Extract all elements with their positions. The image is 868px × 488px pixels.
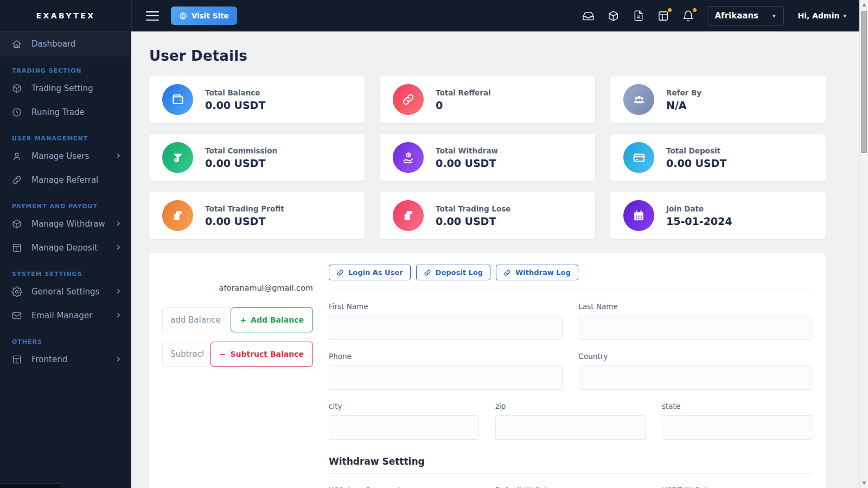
user-icon bbox=[11, 150, 23, 162]
log-buttons-row: Login As User Deposit Log Withdraw Log bbox=[329, 265, 812, 280]
stat-value: 15-01-2024 bbox=[666, 215, 732, 227]
sidebar-item-manage-withdraw[interactable]: Manage Withdraw › bbox=[0, 212, 131, 236]
visit-site-label: Visit Site bbox=[192, 11, 229, 20]
link-icon bbox=[336, 269, 344, 277]
chevron-right-icon: › bbox=[116, 150, 120, 162]
country-field[interactable] bbox=[579, 365, 813, 390]
sidebar-item-runing-trade[interactable]: Runing Trade bbox=[0, 100, 131, 124]
stat-label: Refer By bbox=[666, 88, 701, 97]
login-as-user-button[interactable]: Login As User bbox=[329, 265, 411, 280]
state-label: state bbox=[662, 402, 812, 410]
sidebar: EXABYTEX Dashboard TRADING SECTION Tradi… bbox=[0, 0, 131, 488]
usdt-wallet-label: USDT Wallet bbox=[662, 486, 812, 488]
city-field[interactable] bbox=[329, 415, 479, 440]
subtract-balance-row: − Subtruct Balance bbox=[162, 342, 313, 367]
stat-value: 0.00 USDT bbox=[436, 157, 498, 169]
stat-label: Total Refferal bbox=[436, 88, 491, 97]
sidebar-item-trading-setting[interactable]: Trading Setting bbox=[0, 76, 131, 100]
deposit-log-label: Deposit Log bbox=[436, 268, 483, 277]
stat-card-total-balance: Total Balance 0.00 USDT bbox=[149, 76, 365, 123]
menu-toggle-button[interactable] bbox=[146, 11, 159, 21]
user-form-column: Login As User Deposit Log Withdraw Log F… bbox=[329, 265, 812, 488]
chevron-right-icon: › bbox=[116, 310, 120, 322]
globe-icon bbox=[179, 12, 187, 20]
scrollbar-thumb[interactable] bbox=[861, 11, 867, 153]
visit-site-button[interactable]: Visit Site bbox=[171, 7, 237, 25]
subtract-balance-button[interactable]: − Subtruct Balance bbox=[210, 342, 313, 367]
last-name-label: Last Name bbox=[579, 302, 813, 311]
withdraw-log-button[interactable]: Withdraw Log bbox=[496, 265, 578, 280]
sidebar-item-label: Manage Deposit bbox=[31, 243, 98, 253]
home-icon bbox=[11, 38, 23, 50]
chevron-right-icon: › bbox=[116, 286, 120, 298]
user-email: aforanamul@gmail.com bbox=[162, 284, 313, 292]
notifications-button[interactable] bbox=[682, 9, 695, 22]
country-label: Country bbox=[579, 352, 813, 361]
stat-card-total-withdraw: $ Total Withdraw 0.00 USDT bbox=[380, 134, 595, 181]
chevron-right-icon: › bbox=[116, 242, 120, 254]
sidebar-item-email-manager[interactable]: Email Manager › bbox=[0, 304, 131, 328]
admin-menu[interactable]: Hi, Admin ▾ bbox=[798, 11, 846, 20]
sidebar-group-title: SYSTEM SETTINGS bbox=[0, 271, 131, 278]
scrollbar-down-arrow[interactable] bbox=[862, 481, 866, 485]
withdraw-log-label: Withdraw Log bbox=[515, 268, 571, 277]
stat-card-refer-by: Refer By N/A bbox=[610, 76, 826, 123]
stat-label: Total Trading Profit bbox=[205, 204, 284, 213]
city-label: city bbox=[329, 402, 479, 410]
package-icon bbox=[607, 10, 620, 22]
sidebar-item-dashboard[interactable]: Dashboard bbox=[0, 31, 131, 56]
sidebar-group-title: PAYMENT AND PAYOUT bbox=[0, 203, 131, 210]
main-content: User Details Total Balance 0.00 USDT Tot… bbox=[131, 31, 859, 488]
hand-dollar-icon: $ bbox=[393, 142, 424, 173]
state-field[interactable] bbox=[662, 415, 812, 440]
stat-value: 0.00 USDT bbox=[666, 157, 726, 169]
subtract-balance-input[interactable] bbox=[162, 342, 212, 367]
box-icon bbox=[11, 82, 23, 94]
calendar-icon bbox=[623, 200, 654, 231]
stat-value: 0 bbox=[436, 99, 491, 111]
deposit-log-button[interactable]: Deposit Log bbox=[416, 265, 490, 280]
users-icon bbox=[623, 84, 654, 115]
scrollbar-up-arrow[interactable] bbox=[862, 3, 866, 7]
clock-icon bbox=[11, 106, 23, 118]
sidebar-item-label: Manage Users bbox=[31, 151, 89, 161]
language-value: Afrikaans bbox=[715, 11, 759, 21]
svg-text:$: $ bbox=[407, 153, 410, 157]
minus-icon: − bbox=[220, 350, 226, 358]
table-shortcut-button[interactable] bbox=[657, 9, 670, 22]
sidebar-item-label: Dashboard bbox=[31, 39, 75, 49]
phone-field[interactable] bbox=[329, 365, 563, 390]
chevron-right-icon: › bbox=[116, 354, 120, 365]
add-balance-button[interactable]: + Add Balance bbox=[231, 307, 313, 332]
default-wallet-label: Default Wallet bbox=[495, 486, 646, 488]
withdraw-password-label: Withdraw Password bbox=[329, 486, 479, 488]
table-icon bbox=[11, 242, 23, 254]
name-fields-row: First Name Last Name bbox=[329, 290, 812, 340]
sidebar-item-manage-users[interactable]: Manage Users › bbox=[0, 144, 131, 168]
language-select[interactable]: Afrikaans ▾ bbox=[707, 6, 784, 25]
stat-card-total-trading-profit: Total Trading Profit 0.00 USDT bbox=[149, 192, 365, 239]
inbox-button[interactable] bbox=[582, 9, 595, 22]
stat-label: Total Withdraw bbox=[436, 146, 498, 155]
sidebar-item-label: Trading Setting bbox=[31, 84, 93, 93]
zip-field[interactable] bbox=[495, 415, 646, 440]
greeting-label: Hi, Admin bbox=[798, 11, 840, 20]
sidebar-item-manage-referral[interactable]: Manage Referral bbox=[0, 168, 131, 192]
first-name-field[interactable] bbox=[329, 316, 563, 340]
link-icon bbox=[11, 174, 23, 186]
document-button[interactable] bbox=[632, 9, 645, 22]
bell-icon bbox=[682, 10, 694, 22]
stat-card-join-date: Join Date 15-01-2024 bbox=[610, 192, 826, 239]
sidebar-item-general-settings[interactable]: General Settings › bbox=[0, 280, 131, 304]
sidebar-item-manage-deposit[interactable]: Manage Deposit › bbox=[0, 236, 131, 260]
last-name-field[interactable] bbox=[579, 316, 813, 340]
first-name-label: First Name bbox=[329, 302, 563, 311]
package-button[interactable] bbox=[607, 9, 620, 22]
stat-card-total-refferal: Total Refferal 0 bbox=[380, 76, 595, 123]
add-balance-input[interactable] bbox=[162, 307, 232, 332]
scrollbar[interactable] bbox=[859, 0, 868, 488]
phone-country-row: Phone Country bbox=[329, 340, 812, 390]
sidebar-item-label: Frontend bbox=[31, 355, 67, 364]
link-icon bbox=[503, 269, 511, 277]
sidebar-item-frontend[interactable]: Frontend › bbox=[0, 348, 131, 371]
